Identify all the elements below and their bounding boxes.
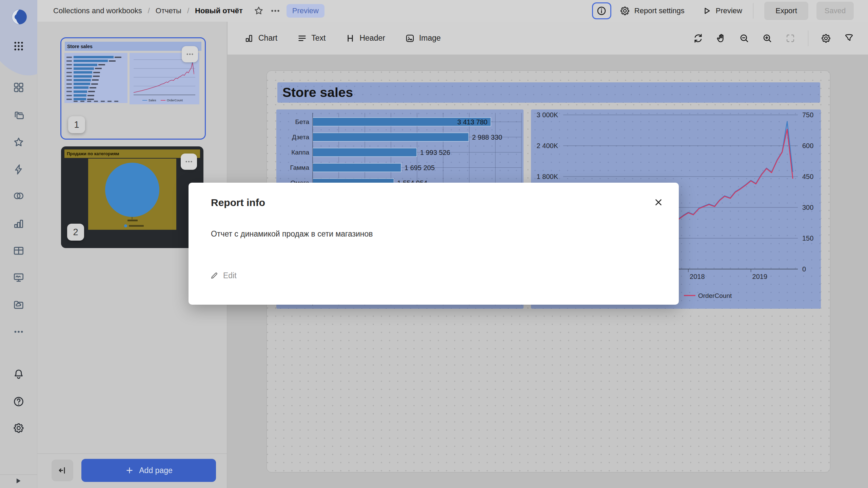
- insert-image-button[interactable]: Image: [405, 33, 441, 43]
- export-button[interactable]: Export: [764, 2, 808, 20]
- mini-bar-value: [93, 76, 100, 77]
- pie-legend-label: [129, 225, 144, 227]
- mini-bar-label: [66, 57, 72, 58]
- svg-text:150: 150: [802, 235, 813, 242]
- preview-button[interactable]: Preview: [702, 6, 742, 16]
- breadcrumb-separator: /: [148, 6, 150, 15]
- svg-text:3 413 780: 3 413 780: [457, 118, 488, 126]
- mini-bar: [74, 75, 92, 78]
- svg-text:3 000K: 3 000K: [537, 111, 558, 119]
- help-icon[interactable]: [0, 392, 37, 411]
- insert-chart-button[interactable]: Chart: [244, 33, 277, 43]
- page-thumbnail-1[interactable]: Store sales SalesOrderCount 1: [60, 37, 206, 140]
- datalens-logo[interactable]: [10, 7, 29, 26]
- header-divider: [753, 3, 753, 19]
- insert-header-button[interactable]: Header: [345, 33, 385, 43]
- pie-slice: [105, 163, 159, 217]
- edit-button[interactable]: Edit: [210, 268, 237, 283]
- notifications-bell-icon[interactable]: [0, 365, 37, 383]
- mini-bar-value: [87, 99, 94, 100]
- mini-bar-label: [66, 64, 72, 65]
- sidebar-item-favorites[interactable]: [0, 133, 37, 151]
- sidebar-item-storage[interactable]: [0, 296, 37, 314]
- sidebar-item-tables[interactable]: [0, 242, 37, 260]
- mini-axis-tick: [80, 101, 84, 102]
- mini-bar: [74, 83, 90, 85]
- collapse-panel-button[interactable]: [52, 460, 73, 481]
- sidebar-item-editor[interactable]: [0, 268, 37, 287]
- mini-bar-label: [66, 72, 72, 73]
- zoom-in-icon[interactable]: [762, 33, 773, 44]
- insert-text-button[interactable]: Text: [297, 33, 326, 43]
- svg-text:2 400K: 2 400K: [537, 142, 558, 149]
- filter-funnel-icon[interactable]: [844, 33, 854, 44]
- canvas-tools: [693, 22, 854, 55]
- edit-label: Edit: [223, 271, 237, 280]
- mini-bar-value: [87, 95, 94, 96]
- mini-bar-label: [66, 99, 72, 100]
- svg-text:600: 600: [802, 142, 813, 149]
- sidebar-item-connections[interactable]: [0, 160, 37, 179]
- close-icon[interactable]: [652, 196, 665, 208]
- chart-icon: [244, 33, 254, 43]
- thumb1-menu-button[interactable]: [182, 46, 198, 62]
- refresh-icon[interactable]: [693, 33, 704, 44]
- report-info-button[interactable]: [592, 2, 611, 19]
- mini-bar-value: [88, 91, 95, 92]
- mini-bar-value: [98, 64, 105, 65]
- page-number-badge: 2: [67, 224, 84, 241]
- svg-text:1 800K: 1 800K: [537, 173, 558, 180]
- pie-legend-swatch: [124, 224, 127, 227]
- thumb2-pie-chart: [88, 159, 176, 230]
- mini-bar-value: [93, 72, 100, 73]
- report-settings-button[interactable]: Report settings: [619, 5, 685, 16]
- mini-bar-label: [66, 91, 72, 92]
- breadcrumb: Collections and workbooks / Отчеты / Нов…: [53, 0, 324, 22]
- fit-to-screen-icon[interactable]: [785, 33, 796, 44]
- sidebar-item-dashboards[interactable]: [0, 78, 37, 97]
- insert-toolbar: Chart Text Header Image: [228, 22, 868, 55]
- svg-text:1 695 205: 1 695 205: [405, 164, 435, 171]
- breadcrumb-collections[interactable]: Collections and workbooks: [53, 6, 142, 15]
- sidebar-item-datasets[interactable]: [0, 187, 37, 205]
- mini-bar: [74, 67, 94, 70]
- mini-bar: [74, 90, 87, 93]
- svg-text:Sales: Sales: [149, 99, 156, 102]
- svg-text:Дзета: Дзета: [292, 134, 309, 141]
- thumb2-title: Продажи по категориям: [64, 151, 119, 156]
- sidebar-item-collections[interactable]: [0, 106, 37, 124]
- info-icon: [596, 5, 607, 16]
- settings-gear-icon[interactable]: [0, 419, 37, 437]
- mini-bar: [74, 86, 88, 89]
- pan-hand-icon[interactable]: [716, 33, 727, 44]
- add-page-button[interactable]: Add page: [81, 459, 216, 482]
- svg-text:Бета: Бета: [295, 118, 310, 125]
- report-title-banner[interactable]: Store sales: [277, 82, 820, 103]
- insert-image-label: Image: [419, 34, 441, 43]
- mini-bar-label: [66, 60, 72, 62]
- favorite-star-icon[interactable]: [253, 5, 264, 16]
- panel-divider: [37, 453, 227, 454]
- page-thumbnail-2[interactable]: Продажи по категориям 2: [61, 146, 203, 248]
- expand-rail-icon[interactable]: [14, 476, 22, 485]
- sidebar-item-charts[interactable]: [0, 215, 37, 233]
- image-icon: [405, 33, 415, 43]
- thumb1-mini-bar-chart: [64, 53, 127, 103]
- breadcrumb-current: Новый отчёт: [195, 6, 243, 15]
- svg-text:2019: 2019: [752, 273, 768, 280]
- pie-callout-line: [132, 217, 132, 219]
- breadcrumb-more-icon[interactable]: [270, 5, 281, 16]
- breadcrumb-reports[interactable]: Отчеты: [156, 6, 181, 15]
- mini-bar-label: [66, 76, 72, 77]
- saved-button[interactable]: Saved: [816, 2, 854, 20]
- canvas-settings-gear-icon[interactable]: [821, 33, 831, 44]
- apps-grid-icon[interactable]: [0, 37, 37, 55]
- zoom-out-icon[interactable]: [739, 33, 750, 44]
- mini-axis-tick: [101, 101, 105, 102]
- svg-text:750: 750: [802, 111, 813, 119]
- mini-bar: [74, 71, 92, 74]
- sidebar-more-icon[interactable]: [0, 323, 37, 341]
- mini-bar: [74, 56, 114, 58]
- thumb2-menu-button[interactable]: [181, 154, 197, 170]
- page-number-badge: 1: [68, 116, 85, 133]
